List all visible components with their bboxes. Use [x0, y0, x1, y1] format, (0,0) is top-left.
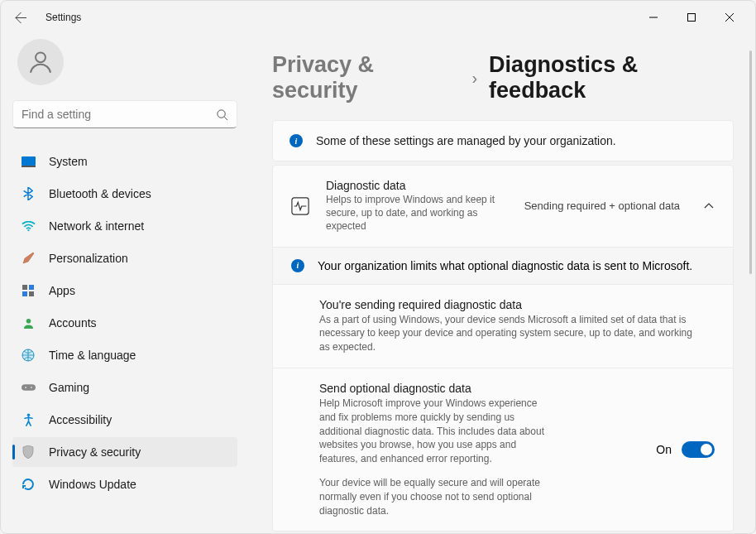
gaming-icon: [21, 380, 36, 395]
bluetooth-icon: [21, 186, 36, 201]
clock-globe-icon: [21, 348, 36, 363]
content-area: Privacy & security › Diagnostics & feedb…: [249, 34, 755, 533]
wifi-icon: [21, 219, 36, 233]
minimize-button[interactable]: [634, 4, 672, 31]
titlebar: Settings: [1, 1, 755, 34]
svg-point-15: [26, 413, 30, 416]
nav-apps[interactable]: Apps: [12, 276, 237, 305]
svg-point-10: [26, 318, 31, 323]
svg-rect-4: [22, 166, 36, 167]
breadcrumb-parent[interactable]: Privacy & security: [272, 52, 460, 103]
nav-accessibility[interactable]: Accessibility: [12, 405, 237, 435]
diagnostic-subtitle: Helps to improve Windows and keep it sec…: [326, 193, 508, 233]
avatar[interactable]: [17, 39, 64, 85]
nav-bluetooth[interactable]: Bluetooth & devices: [12, 179, 237, 209]
brush-icon: [21, 251, 36, 266]
info-icon: i: [291, 259, 304, 272]
svg-rect-12: [22, 384, 36, 391]
svg-point-2: [218, 109, 225, 117]
info-icon: i: [289, 134, 303, 147]
nav-time[interactable]: Time & language: [12, 340, 237, 370]
scrollbar[interactable]: [749, 51, 752, 274]
required-title: You're sending required diagnostic data: [319, 298, 715, 311]
back-button[interactable]: [7, 4, 34, 31]
page-title: Diagnostics & feedback: [489, 52, 734, 103]
nav-update[interactable]: Windows Update: [12, 469, 237, 499]
chevron-up-icon: [703, 200, 715, 212]
activity-icon: [291, 197, 309, 215]
diagnostic-title: Diagnostic data: [326, 179, 508, 192]
svg-rect-8: [22, 291, 27, 296]
optional-title: Send optional diagnostic data: [319, 382, 641, 395]
optional-diagnostic-toggle[interactable]: [682, 441, 715, 458]
diagnostic-status: Sending required + optional data: [524, 200, 680, 212]
svg-point-1: [36, 52, 45, 62]
org-banner-text: Some of these settings are managed by yo…: [316, 134, 616, 147]
svg-point-13: [25, 387, 26, 388]
breadcrumb: Privacy & security › Diagnostics & feedb…: [272, 52, 734, 103]
sidebar: System Bluetooth & devices Network & int…: [1, 34, 249, 533]
svg-point-14: [31, 387, 32, 388]
apps-icon: [21, 283, 36, 298]
optional-desc: Help Microsoft improve your Windows expe…: [319, 397, 551, 466]
nav-system[interactable]: System: [12, 147, 237, 176]
diagnostic-data-header[interactable]: Diagnostic data Helps to improve Windows…: [273, 166, 733, 247]
nav-network[interactable]: Network & internet: [12, 211, 237, 241]
required-desc: As a part of using Windows, your device …: [319, 313, 700, 354]
org-banner: i Some of these settings are managed by …: [272, 120, 734, 161]
nav-personalization[interactable]: Personalization: [12, 243, 237, 273]
optional-diagnostic-row: Send optional diagnostic data Help Micro…: [273, 368, 733, 531]
required-diagnostic-row: You're sending required diagnostic data …: [273, 284, 733, 368]
accessibility-icon: [21, 412, 36, 427]
person-icon: [26, 48, 55, 76]
chevron-right-icon: ›: [471, 69, 477, 88]
nav-list: System Bluetooth & devices Network & int…: [12, 147, 237, 499]
svg-rect-7: [29, 285, 34, 290]
svg-rect-9: [29, 291, 34, 296]
optional-extra: Your device will be equally secure and w…: [319, 476, 559, 517]
optional-toggle-label: On: [656, 443, 672, 456]
search-field[interactable]: [22, 108, 216, 121]
svg-rect-3: [22, 156, 36, 166]
nav-gaming[interactable]: Gaming: [12, 373, 237, 402]
nav-privacy[interactable]: Privacy & security: [12, 437, 237, 467]
svg-point-5: [27, 229, 29, 231]
org-limit-notice: i Your organization limits what optional…: [273, 247, 733, 284]
svg-rect-0: [688, 14, 696, 22]
system-icon: [21, 154, 36, 169]
update-icon: [21, 477, 36, 492]
maximize-button[interactable]: [672, 4, 711, 31]
search-input[interactable]: [12, 100, 237, 128]
svg-rect-6: [22, 285, 27, 290]
shield-icon: [21, 445, 36, 459]
window-title: Settings: [45, 12, 81, 23]
close-button[interactable]: [711, 4, 749, 31]
nav-accounts[interactable]: Accounts: [12, 308, 237, 338]
accounts-icon: [21, 315, 36, 330]
search-icon: [216, 108, 228, 121]
diagnostic-data-expander: Diagnostic data Helps to improve Windows…: [272, 165, 734, 532]
